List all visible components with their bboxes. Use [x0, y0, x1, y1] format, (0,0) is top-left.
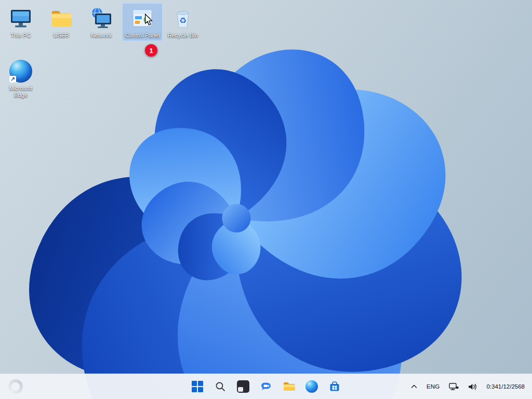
watermark-logo	[8, 379, 23, 394]
desktop-icon-this-pc[interactable]: This PC	[1, 3, 41, 41]
store-button[interactable]	[324, 376, 345, 397]
file-explorer-icon	[283, 380, 295, 393]
wallpaper-bloom-image	[0, 0, 532, 399]
file-explorer-button[interactable]	[278, 376, 299, 397]
desktop-icon-microsoft-edge[interactable]: Microsoft Edge	[1, 56, 41, 101]
desktop-icon-label: Control Panel	[125, 32, 160, 39]
desktop-icon-label: USER	[54, 32, 70, 39]
desktop-icon-label: This PC	[10, 32, 31, 39]
recycle-bin-icon: ♻	[170, 6, 195, 31]
tray-date: 1/12/2568	[498, 383, 525, 391]
folder-icon	[49, 6, 74, 31]
pinned-app-dark-icon	[237, 380, 249, 393]
desktop-icon-label: Microsoft Edge	[4, 85, 37, 99]
taskbar: ENG 0:34 1/12/2568	[0, 374, 532, 399]
pinned-app-button[interactable]	[233, 376, 254, 397]
svg-text:♻: ♻	[179, 16, 187, 25]
tray-time: 0:34	[486, 383, 498, 391]
start-button[interactable]	[187, 376, 208, 397]
desktop-icon-label: Network	[91, 32, 112, 39]
microsoft-store-icon	[328, 380, 341, 393]
desktop-icon-control-panel[interactable]: Control Panel	[122, 3, 163, 41]
edge-button[interactable]	[301, 376, 322, 397]
network-icon	[89, 6, 114, 31]
chevron-up-icon	[410, 384, 418, 389]
this-pc-icon	[8, 6, 33, 31]
windows-logo-icon	[192, 381, 203, 392]
mouse-cursor	[144, 14, 153, 26]
chat-button[interactable]	[256, 376, 276, 397]
annotation-step-badge: 1	[145, 44, 157, 57]
tray-chevron-button[interactable]	[409, 376, 419, 397]
edge-browser-icon	[305, 380, 318, 393]
system-tray: ENG 0:34 1/12/2568	[409, 374, 532, 399]
volume-tray-button[interactable]	[467, 376, 478, 397]
language-indicator[interactable]: ENG	[425, 376, 441, 397]
desktop-icon-user-folder[interactable]: USER	[41, 3, 82, 41]
desktop-icon-label: Recycle Bin	[168, 32, 198, 39]
network-tray-button[interactable]	[447, 376, 460, 397]
chat-bubble-icon	[260, 380, 272, 393]
desktop-background: This PC USER Network	[0, 0, 532, 399]
clock[interactable]: 0:34 1/12/2568	[485, 376, 526, 397]
network-icon	[448, 382, 459, 391]
shortcut-arrow-icon	[9, 76, 16, 83]
desktop-icon-network[interactable]: Network	[81, 3, 122, 41]
desktop-icon-recycle-bin[interactable]: ♻ Recycle Bin	[163, 3, 203, 41]
edge-icon	[8, 59, 33, 84]
search-button[interactable]	[210, 376, 231, 397]
speaker-icon	[468, 382, 477, 391]
search-icon	[215, 381, 226, 392]
